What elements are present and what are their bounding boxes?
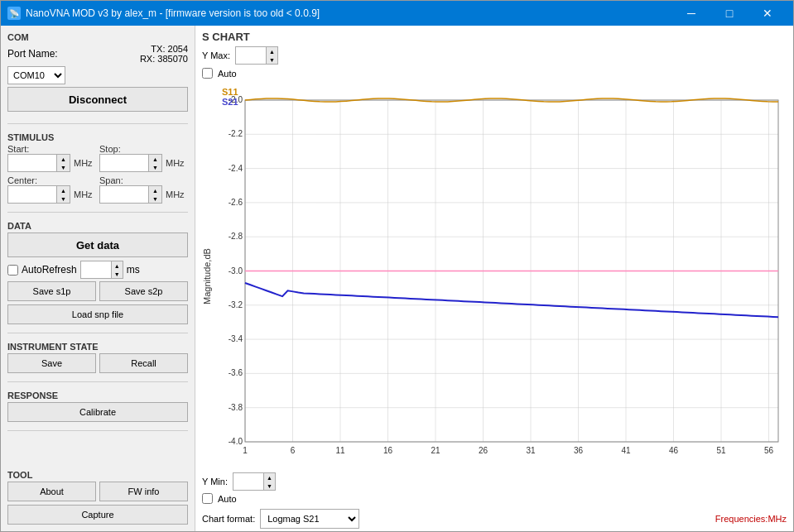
save-buttons-row: Save s1p Save s2p: [7, 281, 188, 301]
get-data-button[interactable]: Get data: [7, 232, 188, 257]
save-recall-row: Save Recall: [7, 353, 188, 373]
divider-3: [7, 333, 188, 333]
y-min-down[interactable]: ▼: [264, 482, 275, 490]
start-input-group: 1.000000 ▲ ▼: [7, 154, 70, 172]
stop-down[interactable]: ▼: [149, 163, 161, 171]
chart-canvas-container: S11 S21: [215, 84, 787, 469]
response-section: RESPONSE Calibrate: [7, 391, 188, 422]
stop-label: Stop:: [99, 144, 188, 154]
main-window: 📡 NanoVNA MOD v3 by alex_m - [firmware v…: [0, 0, 794, 532]
ms-down[interactable]: ▼: [112, 270, 123, 278]
data-section-label: DATA: [7, 221, 188, 231]
start-stop-row: Start: 1.000000 ▲ ▼ MHz: [7, 144, 188, 172]
title-bar: 📡 NanoVNA MOD v3 by alex_m - [firmware v…: [1, 1, 793, 26]
y-min-row: Y Min: -4.0 ▲ ▼: [202, 472, 787, 491]
chart-area: Magnitude,dB S11 S21: [202, 84, 787, 469]
stop-up[interactable]: ▲: [149, 155, 161, 163]
start-group: Start: 1.000000 ▲ ▼ MHz: [7, 144, 96, 172]
load-snp-row: Load snp file: [7, 304, 188, 324]
tool-section-label: TOOL: [7, 470, 188, 480]
ms-up[interactable]: ▲: [112, 261, 123, 270]
save-s1p-button[interactable]: Save s1p: [7, 281, 96, 301]
maximize-button[interactable]: □: [710, 1, 748, 26]
y-max-input-group: -2.0 ▲ ▼: [235, 46, 278, 65]
y-min-label: Y Min:: [202, 477, 228, 486]
y-max-down[interactable]: ▼: [267, 55, 277, 64]
span-input[interactable]: 59.000000: [100, 186, 148, 203]
start-input[interactable]: 1.000000: [8, 155, 56, 171]
y-max-auto-checkbox[interactable]: [202, 68, 213, 79]
chart-container: Y Max: -2.0 ▲ ▼ Auto Mag: [202, 46, 787, 529]
y-max-up[interactable]: ▲: [267, 47, 277, 55]
com-section-label: COM: [7, 32, 188, 42]
ms-input-group: 1200 ▲ ▼: [80, 261, 123, 279]
chart-legend: S11 S21: [222, 87, 238, 107]
window-controls: ─ □ ✕: [672, 1, 787, 26]
start-label: Start:: [7, 144, 96, 154]
about-button[interactable]: About: [7, 482, 96, 501]
chart-format-label: Chart format:: [202, 514, 255, 524]
y-max-label: Y Max:: [202, 50, 230, 60]
y-max-row: Y Max: -2.0 ▲ ▼: [202, 46, 787, 65]
span-mhz: MHz: [166, 189, 185, 199]
divider-1: [7, 123, 188, 124]
center-up[interactable]: ▲: [57, 186, 70, 194]
title-bar-left: 📡 NanoVNA MOD v3 by alex_m - [firmware v…: [7, 7, 320, 20]
y-min-auto-row: Auto: [202, 493, 787, 504]
center-label: Center:: [7, 175, 96, 185]
center-mhz: MHz: [74, 189, 93, 199]
response-section-label: RESPONSE: [7, 391, 188, 400]
instrument-section-label: INSTRUMENT STATE: [7, 342, 188, 352]
y-min-up[interactable]: ▲: [264, 473, 275, 482]
capture-row: Capture: [7, 505, 188, 525]
span-down[interactable]: ▼: [149, 194, 161, 203]
ms-input[interactable]: 1200: [81, 261, 111, 278]
divider-2: [7, 212, 188, 213]
load-snp-button[interactable]: Load snp file: [7, 304, 188, 324]
divider-4: [7, 381, 188, 382]
y-max-spin: ▲ ▼: [266, 47, 277, 64]
span-spin: ▲ ▼: [148, 186, 161, 203]
stop-input[interactable]: 60.000000: [100, 155, 148, 171]
y-min-input[interactable]: -4.0: [233, 473, 263, 490]
chart-bottom-row: Chart format: Logmag S21 Logmag S11 Phas…: [202, 509, 787, 529]
disconnect-button[interactable]: Disconnect: [7, 87, 188, 112]
data-section: DATA Get data AutoRefresh 1200 ▲ ▼ ms: [7, 221, 188, 324]
capture-button[interactable]: Capture: [7, 505, 188, 525]
ms-spin: ▲ ▼: [111, 261, 123, 278]
start-down[interactable]: ▼: [57, 163, 70, 171]
start-spin: ▲ ▼: [56, 155, 70, 171]
center-input[interactable]: 30.500000: [8, 186, 56, 203]
stop-input-group: 60.000000 ▲ ▼: [99, 154, 162, 172]
port-row: Port Name: TX: 2054 RX: 385070: [7, 44, 188, 64]
autorefresh-checkbox[interactable]: [7, 265, 18, 276]
app-icon: 📡: [7, 7, 21, 20]
y-min-auto-checkbox[interactable]: [202, 493, 213, 504]
close-button[interactable]: ✕: [748, 1, 787, 26]
autorefresh-row: AutoRefresh 1200 ▲ ▼ ms: [7, 261, 188, 279]
center-down[interactable]: ▼: [57, 194, 70, 203]
save-s2p-button[interactable]: Save s2p: [99, 281, 188, 301]
fwinfo-button[interactable]: FW info: [99, 482, 188, 501]
port-select-row: COM10: [7, 66, 188, 84]
calibrate-button[interactable]: Calibrate: [7, 402, 188, 422]
center-spin: ▲ ▼: [56, 186, 70, 203]
stop-group: Stop: 60.000000 ▲ ▼ MHz: [99, 144, 188, 172]
y-max-auto-label: Auto: [218, 69, 237, 79]
autorefresh-label: AutoRefresh: [22, 264, 77, 276]
chart-format-select[interactable]: Logmag S21 Logmag S11 Phase S11 Phase S2…: [260, 509, 359, 529]
chart-title: S CHART: [202, 31, 787, 43]
start-up[interactable]: ▲: [57, 155, 70, 163]
recall-button[interactable]: Recall: [99, 353, 188, 373]
span-input-group: 59.000000 ▲ ▼: [99, 185, 162, 204]
com-section: COM Port Name: TX: 2054 RX: 385070 COM10…: [7, 32, 188, 115]
port-select[interactable]: COM10: [7, 66, 65, 84]
divider-5: [7, 430, 188, 431]
y-max-input[interactable]: -2.0: [236, 47, 266, 64]
minimize-button[interactable]: ─: [672, 1, 710, 26]
span-group: Span: 59.000000 ▲ ▼ MHz: [99, 175, 188, 204]
span-up[interactable]: ▲: [149, 186, 161, 194]
save-state-button[interactable]: Save: [7, 353, 96, 373]
y-min-auto-label: Auto: [218, 494, 237, 504]
stimulus-section-label: STIMULUS: [7, 132, 188, 142]
